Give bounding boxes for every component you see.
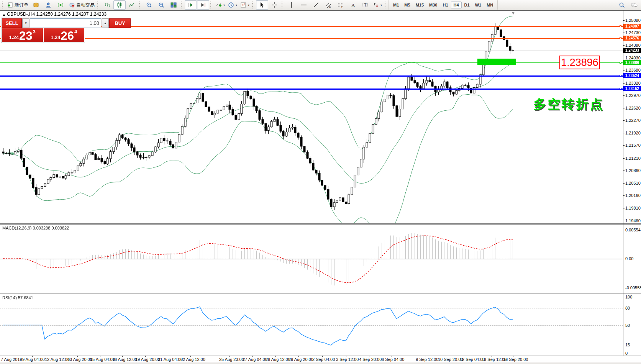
green-highlight-rectangle[interactable] [477,59,516,65]
market-watch-button[interactable] [30,0,42,10]
macd-tick-label: 0.005543 [625,228,641,232]
bar-chart-mode-button[interactable] [101,0,113,10]
ask-pip-digit: 4 [74,29,77,34]
strategy-tester-button[interactable] [54,0,67,10]
rsi-pane-canvas[interactable] [0,294,623,355]
ask-price-display[interactable]: 1.24 26 4 [44,28,85,42]
channel-tool-button[interactable]: E [322,0,334,10]
mt4-terminal-window: { "toolbar": { "new_order_label": "新订单",… [0,0,641,364]
timeframe-button-h4[interactable]: H4 [451,2,462,8]
trendline-icon [313,2,319,8]
timeframe-button-w1[interactable]: W1 [472,2,484,8]
zoom-out-button[interactable] [155,0,167,10]
horizontal-line-object[interactable] [0,89,623,90]
line-chart-mode-button[interactable] [126,0,138,10]
ask-prefix: 1.24 [51,34,60,40]
chart-shift-marker-icon[interactable]: ▼ [511,11,515,15]
trendline-tool-button[interactable] [310,0,322,10]
chinese-annotation[interactable]: 多空转折点 [533,96,604,113]
profile-icon [45,2,51,8]
price-callout-box[interactable]: 1.23896 [559,56,600,69]
toolbar-grip[interactable] [181,2,184,8]
timeframe-button-h1[interactable]: H1 [440,2,451,8]
bid-price-display[interactable]: 1.24 23 3 [2,28,43,42]
toolbar-grip[interactable] [97,2,100,8]
timeframe-button-m30[interactable]: M30 [426,2,440,8]
window-bottom-strip [0,362,641,364]
timeframe-button-mn[interactable]: MN [484,2,496,8]
price-tick-mark [623,108,625,108]
candle-chart-mode-button[interactable] [113,0,126,10]
volume-input[interactable] [30,18,101,28]
fibonacci-tool-button[interactable]: F [334,0,347,10]
tile-windows-button[interactable] [167,0,180,10]
bar-chart-icon [104,2,110,8]
timeframe-button-m5[interactable]: M5 [402,2,413,8]
new-order-button[interactable]: 新订单 [6,0,30,10]
auto-scroll-button[interactable] [185,0,197,10]
sell-button[interactable]: SELL [2,18,22,28]
search-icon [619,2,625,8]
new-order-label: 新订单 [15,2,28,8]
volume-increase-button[interactable]: ▲ [102,18,109,28]
collapse-arrow-icon[interactable]: ▲ [2,13,6,16]
data-window-button[interactable] [42,0,54,10]
search-button[interactable] [616,0,628,10]
macd-indicator-label: MACD(12,26,9) 0.003238 0.003822 [2,226,69,230]
indicators-button[interactable]: ▾ [214,0,226,10]
price-tick-mark [623,45,625,46]
auto-trading-button[interactable]: 自动交易 [67,0,96,10]
buy-button[interactable]: BUY [109,18,131,28]
periods-button[interactable]: ▾ [226,0,239,10]
toolbar-grip[interactable] [210,2,213,8]
pane-separator[interactable] [0,224,641,225]
pane-separator[interactable] [0,223,641,224]
arrows-tool-button[interactable]: ▾ [371,0,384,10]
pane-separator[interactable] [0,294,641,294]
chat-button[interactable] [628,0,640,10]
volume-decrease-button[interactable]: ▼ [22,18,30,28]
main-chart-canvas[interactable] [0,10,623,223]
time-tick-label: 9 Sep 12:00 [416,357,438,362]
timeframe-button-m15[interactable]: M15 [413,2,426,8]
timeframe-button-m1[interactable]: M1 [390,2,402,8]
horizontal-line-tool-button[interactable] [298,0,310,10]
templates-button[interactable]: ▾ [239,0,251,10]
arrows-caret: ▾ [380,3,382,7]
toolbar-grip[interactable] [282,2,284,8]
toolbar-grip[interactable] [385,2,387,8]
text-tool-button[interactable]: A [347,0,359,10]
symbol-ohlc-readout: ▲GBPUSD-,H4 1.24250 1.24276 1.24207 1.24… [2,11,107,17]
price-tick-mark [623,158,625,159]
line-endpoint-marker [620,62,621,64]
price-tick-mark [623,120,625,121]
text-label-icon: T [362,2,368,8]
time-tick-label: 19 Aug 20:00 [135,357,160,362]
text-label-tool-button[interactable]: T [359,0,371,10]
horizontal-line-object[interactable] [0,38,623,39]
horizontal-line-object[interactable] [0,62,623,63]
auto-trading-icon [68,2,75,8]
time-tick-label: 22 Aug 12:00 [180,357,205,362]
zoom-in-icon [146,2,152,8]
zoom-in-button[interactable] [143,0,155,10]
cursor-icon [259,2,265,8]
pane-separator [0,355,641,355]
clock-icon [228,2,234,8]
price-tick-label: 1.19810 [625,206,641,210]
cursor-tool-button[interactable] [256,0,268,10]
price-tick-mark [623,221,625,221]
toolbar-grip[interactable] [2,2,5,8]
vertical-line-tool-button[interactable] [285,0,298,10]
toolbar-grip[interactable] [252,2,255,8]
timeframe-button-d1[interactable]: D1 [462,2,472,8]
crosshair-tool-button[interactable] [268,0,280,10]
pane-separator[interactable] [0,293,641,293]
horizontal-line-object[interactable] [0,75,623,77]
chart-shift-button[interactable] [197,0,209,10]
fibonacci-icon: F [338,2,344,8]
time-tick-label: 25 Aug 23:00 [219,357,244,362]
price-tick-label: 1.23680 [625,68,641,72]
symbol-ohlc-text: GBPUSD-,H4 1.24250 1.24276 1.24207 1.242… [7,11,107,17]
toolbar-grip[interactable] [139,2,142,8]
